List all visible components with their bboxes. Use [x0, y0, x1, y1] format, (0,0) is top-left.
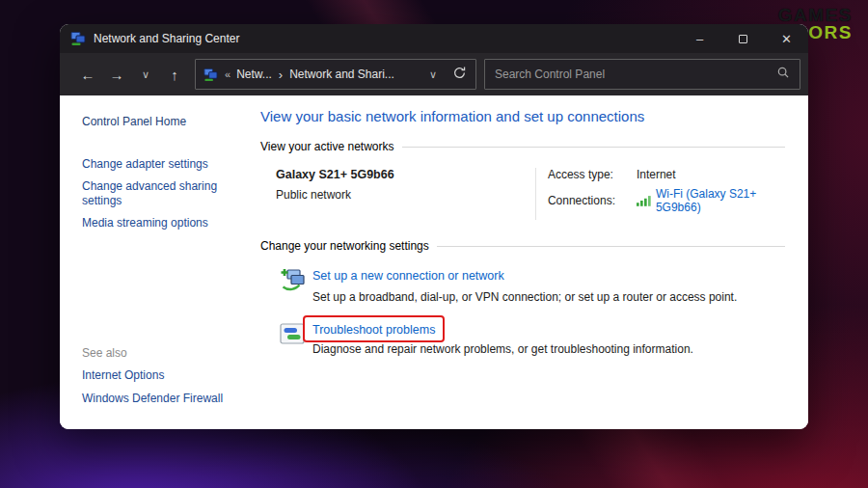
access-type-label: Access type: — [548, 168, 637, 181]
content-area: Control Panel Home Change adapter settin… — [60, 95, 808, 429]
page-title: View your basic network information and … — [260, 108, 785, 124]
active-network-row: Galaxy S21+ 5G9b66 Public network Access… — [260, 153, 785, 239]
sidebar-item-change-advanced-sharing-settings[interactable]: Change advanced sharing settings — [82, 179, 227, 208]
minimize-button[interactable]: – — [678, 24, 721, 53]
up-icon[interactable]: ↑ — [160, 67, 189, 83]
recent-pages-chevron-icon[interactable]: ∨ — [131, 68, 160, 81]
connections-row: Connections: Wi-Fi (Galaxy S21+ 5G9b66) — [548, 187, 785, 214]
red-highlight-box: Troubleshoot problems — [303, 315, 445, 342]
title-bar[interactable]: Network and Sharing Center – ✕ — [60, 24, 808, 53]
network-identity: Galaxy S21+ 5G9b66 Public network — [276, 168, 535, 202]
maximize-icon — [739, 35, 747, 43]
see-also-section: See also Internet Options Windows Defend… — [82, 346, 245, 406]
breadcrumb-separator-icon[interactable]: › — [279, 68, 283, 82]
search-icon[interactable] — [776, 66, 790, 83]
setup-connection-item: Set up a new connection or network Set u… — [264, 266, 785, 304]
setup-connection-body: Set up a new connection or network Set u… — [312, 266, 737, 304]
breadcrumb-overflow-icon[interactable]: « — [225, 68, 231, 80]
active-networks-section-header: View your active networks — [260, 140, 785, 153]
back-icon[interactable]: ← — [73, 67, 102, 83]
settings-items: Set up a new connection or network Set u… — [260, 253, 785, 356]
troubleshoot-problems-item: Troubleshoot problems Diagnose and repai… — [264, 320, 785, 356]
access-type-row: Access type: Internet — [548, 168, 785, 181]
forward-icon[interactable]: → — [102, 67, 131, 83]
wifi-connection-link[interactable]: Wi-Fi (Galaxy S21+ 5G9b66) — [656, 187, 785, 214]
access-type-value: Internet — [637, 168, 676, 181]
setup-connection-link[interactable]: Set up a new connection or network — [312, 269, 504, 283]
network-sharing-center-window: Network and Sharing Center – ✕ ← → ∨ ↑ — [60, 24, 808, 429]
sidebar-item-windows-defender-firewall[interactable]: Windows Defender Firewall — [82, 392, 227, 406]
section-divider — [402, 147, 785, 148]
troubleshoot-body: Troubleshoot problems Diagnose and repai… — [312, 320, 693, 356]
window-controls: – ✕ — [678, 24, 808, 53]
search-input[interactable] — [495, 68, 776, 81]
sidebar-item-media-streaming-options[interactable]: Media streaming options — [82, 216, 227, 230]
address-bar[interactable]: « Netw... › Network and Shari... ∨ — [195, 59, 476, 90]
troubleshoot-description: Diagnose and repair network problems, or… — [312, 342, 693, 356]
network-type: Public network — [276, 188, 535, 202]
see-also-label: See also — [82, 346, 245, 360]
network-center-icon — [203, 68, 218, 82]
sidebar: Control Panel Home Change adapter settin… — [60, 95, 253, 429]
network-details: Access type: Internet Connections: — [548, 168, 785, 220]
maximize-button[interactable] — [721, 24, 765, 53]
networking-settings-section-label: Change your networking settings — [260, 239, 429, 253]
sidebar-item-control-panel-home[interactable]: Control Panel Home — [82, 115, 245, 128]
address-dropdown-icon[interactable]: ∨ — [429, 68, 437, 81]
active-networks-section-label: View your active networks — [260, 140, 394, 153]
desktop-background: GAMES ERRORS Network and Sharing Center … — [0, 0, 868, 488]
setup-connection-description: Set up a broadband, dial-up, or VPN conn… — [312, 290, 737, 304]
sidebar-item-internet-options[interactable]: Internet Options — [82, 368, 227, 383]
wifi-signal-icon — [637, 195, 652, 206]
column-divider — [535, 168, 536, 220]
refresh-icon[interactable] — [448, 66, 470, 83]
section-divider — [437, 246, 785, 247]
sidebar-item-change-adapter-settings[interactable]: Change adapter settings — [82, 157, 227, 172]
breadcrumb-current[interactable]: Network and Shari... — [289, 68, 394, 81]
navigation-bar: ← → ∨ ↑ « Netw... › Network and Shari...… — [60, 53, 808, 95]
troubleshoot-problems-link[interactable]: Troubleshoot problems — [312, 323, 435, 337]
search-box — [484, 59, 800, 90]
network-name: Galaxy S21+ 5G9b66 — [276, 168, 535, 181]
networking-settings-section-header: Change your networking settings — [260, 239, 785, 253]
breadcrumb-parent[interactable]: Netw... — [236, 68, 272, 81]
close-button[interactable]: ✕ — [765, 24, 808, 53]
window-title: Network and Sharing Center — [94, 32, 239, 45]
main-pane: View your basic network information and … — [253, 95, 808, 429]
connections-label: Connections: — [548, 194, 637, 207]
new-connection-icon — [280, 267, 307, 304]
network-center-icon — [70, 31, 86, 46]
